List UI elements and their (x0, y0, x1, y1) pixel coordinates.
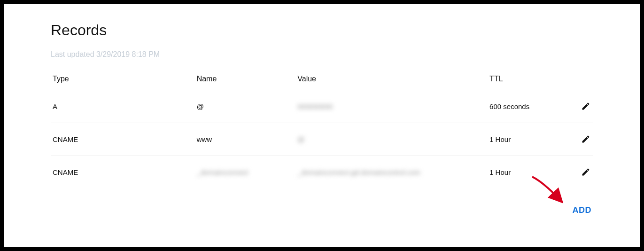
last-updated-text: Last updated 3/29/2019 8:18 PM (51, 50, 593, 59)
records-table: Type Name Value TTL A@000000000600 secon… (51, 68, 593, 188)
table-row: A@000000000600 seconds (51, 90, 593, 123)
pencil-icon (581, 134, 590, 144)
add-button[interactable]: ADD (573, 205, 592, 215)
cell-ttl: 600 seconds (488, 90, 574, 123)
cell-value: 000000000 (295, 90, 488, 123)
cell-value: _domainconnect.gd.domaincontrol.com (295, 156, 488, 189)
records-panel: Records Last updated 3/29/2019 8:18 PM T… (4, 4, 640, 247)
cell-name: www (195, 123, 296, 156)
table-row: CNAME_domainconnect_domainconnect.gd.dom… (51, 156, 593, 189)
cell-type: A (51, 90, 195, 123)
col-header-value: Value (295, 68, 488, 90)
cell-edit (574, 123, 593, 156)
edit-button[interactable] (580, 101, 591, 112)
page-title: Records (51, 22, 593, 39)
pencil-icon (581, 102, 590, 111)
table-header-row: Type Name Value TTL (51, 68, 593, 90)
cell-edit (574, 90, 593, 123)
col-header-name: Name (195, 68, 296, 90)
add-row: ADD (51, 188, 593, 215)
cell-ttl: 1 Hour (488, 123, 574, 156)
cell-name: @ (195, 90, 296, 123)
cell-type: CNAME (51, 156, 195, 189)
table-row: CNAMEwww@1 Hour (51, 123, 593, 156)
edit-button[interactable] (580, 133, 591, 145)
cell-edit (574, 156, 593, 189)
cell-ttl: 1 Hour (488, 156, 574, 189)
col-header-ttl: TTL (488, 68, 574, 90)
col-header-edit (574, 68, 593, 90)
col-header-type: Type (51, 68, 195, 90)
edit-button[interactable] (580, 166, 591, 178)
cell-value: @ (295, 123, 488, 156)
pencil-icon (581, 167, 590, 177)
cell-name: _domainconnect (195, 156, 296, 189)
cell-type: CNAME (51, 123, 195, 156)
